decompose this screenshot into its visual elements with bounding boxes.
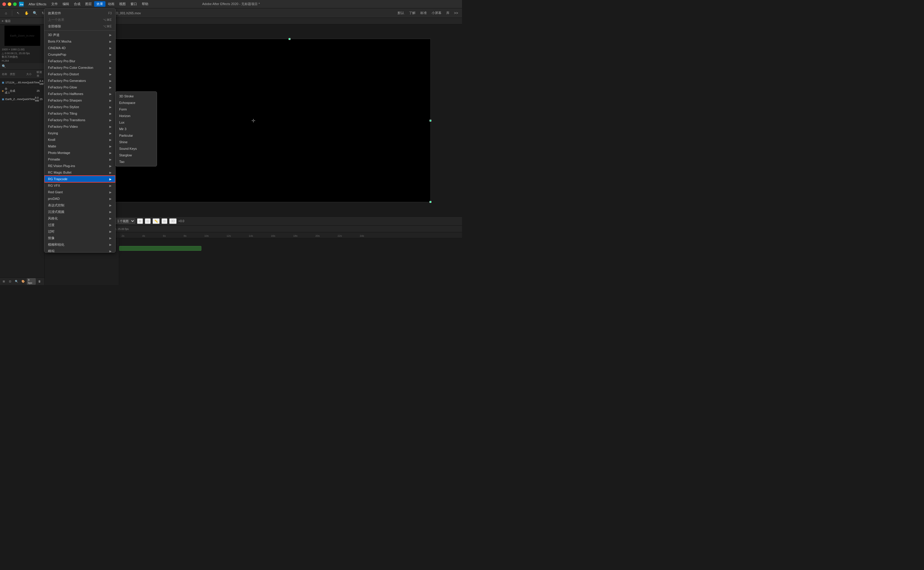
menu-item-simulate[interactable]: 抠像 ▶ <box>44 234 115 241</box>
menu-composition[interactable]: 合成 <box>72 1 83 7</box>
submenu-item-starglow[interactable]: Starglow <box>116 152 157 158</box>
viewer-btn-3d[interactable]: 3D <box>169 218 177 224</box>
effects-dropdown[interactable]: 效果控件 F3 上一个效果 ⌥⌘E 全部移除 ⌥⌘E 3D 声道 ▶ Boris… <box>44 8 116 253</box>
menu-item-obsolete[interactable]: 过时 ▶ <box>44 228 115 234</box>
viewer-btn-guides[interactable]: ⊡ <box>145 218 151 224</box>
menu-item-effect-controls[interactable]: 效果控件 F3 <box>44 10 115 16</box>
menu-aftereffects[interactable]: After Effects <box>26 2 49 6</box>
menu-item-fxfactory-tiling[interactable]: FxFactory Pro Tiling ▶ <box>44 110 115 117</box>
new-folder-btn[interactable]: ⊞ <box>1 279 6 284</box>
list-item[interactable]: ▣ Earth_Z...mov QuickTime 8.0 MB 25 <box>0 96 44 103</box>
delete-btn[interactable]: 🗑 <box>37 279 42 284</box>
color-label-btn[interactable]: 🎨 <box>21 279 26 284</box>
menu-item-fxfactory-distort[interactable]: FxFactory Pro Distort ▶ <box>44 71 115 77</box>
submenu-item-sound-keys[interactable]: Sound Keys <box>116 146 157 152</box>
menu-item-stylize[interactable]: 风格化 ▶ <box>44 215 115 222</box>
menu-item-rg-vfx[interactable]: RG VFX ▶ <box>44 182 115 189</box>
menu-item-blur-sharpen[interactable]: 模糊和锐化 ▶ <box>44 241 115 248</box>
workspace-more[interactable]: >> <box>452 9 460 17</box>
menu-item-rg-trapcode[interactable]: RG Trapcode ▶ <box>44 176 115 182</box>
workspace-default[interactable]: 默认 <box>396 10 406 16</box>
menu-item-fxfactory-color[interactable]: FxFactory Pro Color Correction ▶ <box>44 64 115 71</box>
workspace-standard[interactable]: 标准 <box>418 10 429 16</box>
menu-item-crumplepop[interactable]: CrumplePop ▶ <box>44 51 115 58</box>
arrow-matte: ▶ <box>109 145 112 148</box>
tool-zoom[interactable]: 🔍 <box>31 9 38 17</box>
menu-item-fxfactory-generators[interactable]: FxFactory Pro Generators ▶ <box>44 77 115 84</box>
menu-item-transition[interactable]: 过渡 ▶ <box>44 222 115 228</box>
submenu-item-3dstroke[interactable]: 3D Stroke <box>116 93 157 100</box>
menu-file[interactable]: 文件 <box>49 1 60 7</box>
menu-item-fxfactory-sharpen[interactable]: FxFactory Pro Sharpen ▶ <box>44 97 115 104</box>
menu-item-expression[interactable]: 表达式控制 ▶ <box>44 202 115 208</box>
viewer-btn-grid[interactable]: ⊞ <box>137 218 143 224</box>
menu-item-rc-magic[interactable]: RC Magic Bullet ▶ <box>44 169 115 176</box>
maximize-button[interactable] <box>13 2 17 6</box>
menu-effect[interactable]: 效果 <box>94 1 106 7</box>
list-item[interactable]: ▣ 171124_...65.mov QuickTime 6.4 MB 25 <box>0 79 44 86</box>
menu-item-matte[interactable]: Matte ▶ <box>44 143 115 150</box>
corner-handle-br[interactable] <box>429 201 431 203</box>
arrow-expression: ▶ <box>109 204 112 207</box>
project-icon: ≡ <box>2 19 3 23</box>
arrow-fxtiling: ▶ <box>109 112 112 115</box>
menu-item-knoll[interactable]: Knoll ▶ <box>44 136 115 143</box>
menu-view[interactable]: 视图 <box>117 1 128 7</box>
menu-layer[interactable]: 图层 <box>83 1 94 7</box>
search-project-btn[interactable]: 🔍 <box>14 279 19 284</box>
arrow-simulate: ▶ <box>109 236 112 240</box>
menu-window[interactable]: 窗口 <box>128 1 139 7</box>
menu-item-remove-all[interactable]: 全部移除 ⌥⌘E <box>44 23 115 29</box>
close-button[interactable] <box>2 2 6 6</box>
menu-item-fxfactory-transitions[interactable]: FxFactory Pro Transitions ▶ <box>44 117 115 123</box>
menu-item-distort[interactable]: 模拟 ▶ <box>44 248 115 253</box>
project-search-input[interactable] <box>7 64 43 68</box>
corner-handle-tr[interactable] <box>289 38 290 40</box>
arrow-obsolete: ▶ <box>109 230 112 233</box>
menu-item-fxfactory-video[interactable]: FxFactory Pro Video ▶ <box>44 123 115 130</box>
submenu-item-horizon[interactable]: Horizon <box>116 113 157 119</box>
home-btn[interactable]: ⌂ <box>2 9 9 17</box>
menu-animation[interactable]: 动画 <box>106 1 117 7</box>
submenu-item-form[interactable]: Form <box>116 106 157 113</box>
menu-item-fxfactory-halftones[interactable]: FxFactory Pro Halftones ▶ <box>44 90 115 97</box>
workspace-learn[interactable]: 了解 <box>407 10 417 16</box>
menu-item-3d-audio[interactable]: 3D 声道 ▶ <box>44 32 115 38</box>
submenu-item-tao[interactable]: Tao <box>116 158 157 165</box>
workspace-small[interactable]: 小屏幕 <box>430 10 443 16</box>
track-clip[interactable] <box>119 246 201 251</box>
corner-handle-mr[interactable] <box>429 120 431 121</box>
menu-item-fxfactory-glow[interactable]: FxFactory Pro Glow ▶ <box>44 84 115 90</box>
submenu-item-echospace[interactable]: Echospace <box>116 100 157 106</box>
minimize-button[interactable] <box>8 2 11 6</box>
tool-select[interactable]: ↖ <box>15 9 22 17</box>
submenu-item-particular[interactable]: Particular <box>116 132 157 139</box>
menu-edit[interactable]: 编辑 <box>60 1 72 7</box>
menu-item-cinema4d[interactable]: CINEMA 4D ▶ <box>44 44 115 51</box>
menu-item-immersive[interactable]: 沉浸式视频 ▶ <box>44 208 115 215</box>
arrow-redgiant: ▶ <box>109 191 112 194</box>
list-item[interactable]: ◈ 合成 1 合成 25 <box>0 86 44 96</box>
menu-item-fxfactory-stylize[interactable]: FxFactory Pro Stylize ▶ <box>44 104 115 110</box>
submenu-item-lux[interactable]: Lux <box>116 119 157 126</box>
menu-item-red-giant[interactable]: Red Giant ▶ <box>44 189 115 195</box>
workspace-library[interactable]: 库 <box>444 10 451 16</box>
menu-item-fxfactory-blur[interactable]: FxFactory Pro Blur ▶ <box>44 58 115 64</box>
tool-hand[interactable]: ✋ <box>23 9 30 17</box>
menu-item-keying[interactable]: Keying ▶ <box>44 130 115 136</box>
menu-item-prodad[interactable]: proDAD ▶ <box>44 195 115 202</box>
arrow-fxgen: ▶ <box>109 79 112 83</box>
viewer-view-select[interactable]: 1 个视图 <box>115 219 135 224</box>
new-comp-btn[interactable]: ⊡ <box>8 279 13 284</box>
menu-help[interactable]: 帮助 <box>139 1 151 7</box>
arrow-stylize: ▶ <box>109 217 112 220</box>
viewer-btn-ruler[interactable]: 📏 <box>153 218 160 224</box>
menu-item-photo-montage[interactable]: Photo Montage ▶ <box>44 150 115 156</box>
menu-item-boris[interactable]: Boris FX Mocha ▶ <box>44 38 115 44</box>
menu-item-primatte[interactable]: Primatte ▶ <box>44 156 115 162</box>
submenu-item-mir3[interactable]: Mir 3 <box>116 126 157 132</box>
trapcode-submenu[interactable]: 3D Stroke Echospace Form Horizon Lux Mir… <box>115 92 157 167</box>
submenu-item-shine[interactable]: Shine <box>116 139 157 146</box>
viewer-btn-safe[interactable]: ⊟ <box>161 218 167 224</box>
menu-item-revision[interactable]: RE:Vision Plug-ins ▶ <box>44 162 115 169</box>
